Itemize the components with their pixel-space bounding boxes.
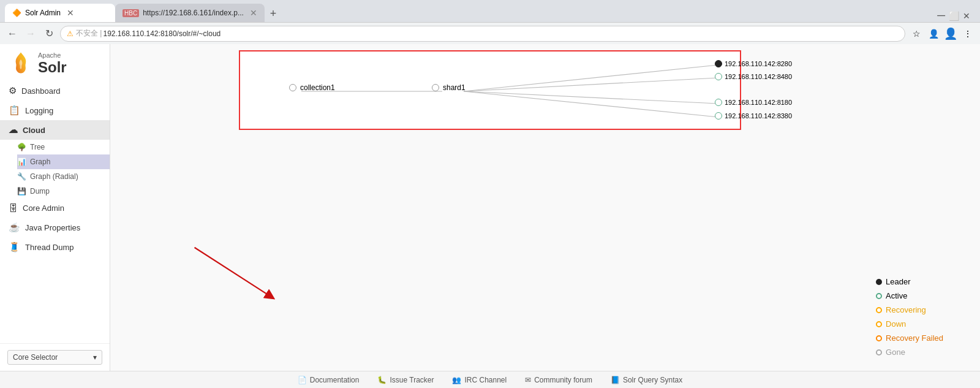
reload-button[interactable]: ↻ <box>42 26 56 41</box>
apache-label: Apache <box>38 51 67 59</box>
tab-close-hbc-button[interactable]: ✕ <box>250 8 257 18</box>
collection-node-circle <box>289 84 296 91</box>
docs-label: Documentation <box>310 376 360 384</box>
core-admin-icon: 🗄 <box>9 203 18 213</box>
footer-docs-link[interactable]: 📄 Documentation <box>298 376 360 384</box>
query-syntax-icon: 📘 <box>611 376 620 384</box>
sidebar-item-label: Java Properties <box>25 223 80 232</box>
tab-favicon-hbc: HBC <box>123 9 139 17</box>
graph-radial-label: Graph (Radial) <box>30 172 78 181</box>
shard-node-circle <box>432 84 439 91</box>
sidebar: Apache Solr ⚙ Dashboard 📋 Logging ☁ Clou… <box>0 44 110 371</box>
replica-4-circle <box>715 112 722 120</box>
core-selector-label: Core Selector <box>13 353 58 362</box>
sidebar-item-dump[interactable]: 💾 Dump <box>17 184 110 199</box>
graph-area: collection1 shard1 192.168.110.142:8280 … <box>110 44 980 371</box>
legend-down-dot <box>876 321 882 327</box>
tree-label: Tree <box>30 143 45 151</box>
graph-label: Graph <box>30 158 50 166</box>
footer-community-link[interactable]: ✉ Community forum <box>525 376 592 384</box>
graph-radial-icon: 🔧 <box>17 172 26 181</box>
legend-item-leader: Leader <box>876 277 943 286</box>
issue-tracker-label: Issue Tracker <box>390 376 434 384</box>
address-text: 192.168.110.142:8180/solr/#/~cloud <box>103 29 221 38</box>
security-icon: ⚠ <box>67 29 74 38</box>
shard-node-label: shard1 <box>443 83 466 92</box>
footer: 📄 Documentation 🐛 Issue Tracker 👥 IRC Ch… <box>0 371 980 388</box>
menu-button[interactable]: ⋮ <box>960 26 975 41</box>
legend-recovering-dot <box>876 307 882 313</box>
legend-recovering-label: Recovering <box>886 305 926 314</box>
core-selector-button[interactable]: Core Selector ▾ <box>7 350 102 365</box>
sidebar-item-java-properties[interactable]: ☕ Java Properties <box>0 218 110 237</box>
sidebar-item-label: Dashboard <box>21 86 61 96</box>
tab-favicon: 🔶 <box>12 9 21 17</box>
footer-query-syntax-link[interactable]: 📘 Solr Query Syntax <box>611 376 682 384</box>
footer-issue-tracker-link[interactable]: 🐛 Issue Tracker <box>377 376 434 384</box>
browser-tabs: 🔶 Solr Admin ✕ HBC https://192.168.6.161… <box>0 0 980 22</box>
java-properties-icon: ☕ <box>9 222 20 233</box>
legend-leader-label: Leader <box>886 277 910 286</box>
account-button[interactable]: 👤 <box>943 26 958 41</box>
legend-active-dot <box>876 293 882 299</box>
maximize-button[interactable]: ⬜ <box>949 11 959 21</box>
legend-recovery-failed-label: Recovery Failed <box>886 333 943 343</box>
sidebar-item-thread-dump[interactable]: 🧵 Thread Dump <box>0 237 110 257</box>
bookmark-button[interactable]: ☆ <box>909 26 924 41</box>
tab-solr-admin[interactable]: 🔶 Solr Admin ✕ <box>5 4 115 22</box>
sidebar-item-label: Logging <box>25 106 53 115</box>
address-bar[interactable]: ⚠ 不安全 | 192.168.110.142:8180/solr/#/~clo… <box>60 26 905 42</box>
thread-dump-icon: 🧵 <box>9 242 20 253</box>
graph-icon: 📊 <box>17 158 26 166</box>
dashboard-icon: ⚙ <box>9 85 17 96</box>
svg-line-1 <box>464 65 718 91</box>
legend-item-gone: Gone <box>876 348 943 357</box>
sidebar-item-graph-radial[interactable]: 🔧 Graph (Radial) <box>17 169 110 184</box>
address-prefix: 不安全 | <box>76 28 102 39</box>
collection-node[interactable]: collection1 <box>289 83 335 92</box>
replica-node-2[interactable]: 192.168.110.142:8480 <box>715 73 792 80</box>
sidebar-item-label: Cloud <box>23 126 45 135</box>
replica-2-label: 192.168.110.142:8480 <box>725 73 792 80</box>
sidebar-item-label: Core Admin <box>23 204 64 213</box>
replica-node-4[interactable]: 192.168.110.142:8380 <box>715 112 792 120</box>
irc-icon: 👥 <box>452 376 461 384</box>
community-label: Community forum <box>534 376 592 384</box>
sidebar-item-dashboard[interactable]: ⚙ Dashboard <box>0 81 110 101</box>
new-tab-button[interactable]: + <box>265 5 282 22</box>
forward-button[interactable]: → <box>23 26 38 41</box>
toolbar-icons: ☆ 👤 👤 ⋮ <box>909 26 975 41</box>
tab-hbc[interactable]: HBC https://192.168.6.161/index.p... ✕ <box>115 4 265 22</box>
collection-node-label: collection1 <box>300 83 335 92</box>
svg-line-4 <box>464 91 718 117</box>
query-syntax-label: Solr Query Syntax <box>623 376 682 384</box>
sidebar-item-graph[interactable]: 📊 Graph <box>17 154 110 169</box>
replica-4-label: 192.168.110.142:8380 <box>725 112 792 120</box>
legend-item-active: Active <box>876 291 943 300</box>
legend-down-label: Down <box>886 319 906 329</box>
replica-node-1[interactable]: 192.168.110.142:8280 <box>715 60 792 67</box>
cloud-sub-menu: 🌳 Tree 📊 Graph 🔧 Graph (Radial) 💾 Dump <box>0 140 110 199</box>
core-selector-area: Core Selector ▾ <box>0 343 110 371</box>
logging-icon: 📋 <box>9 105 20 116</box>
avatar-button[interactable]: 👤 <box>926 26 941 41</box>
legend-item-recovering: Recovering <box>876 305 943 314</box>
back-button[interactable]: ← <box>5 26 20 41</box>
tree-icon: 🌳 <box>17 143 26 151</box>
sidebar-item-core-admin[interactable]: 🗄 Core Admin <box>0 199 110 218</box>
svg-line-5 <box>195 248 271 297</box>
tab-close-button[interactable]: ✕ <box>67 8 74 18</box>
replica-3-circle <box>715 99 722 106</box>
sidebar-item-logging[interactable]: 📋 Logging <box>0 101 110 120</box>
close-button[interactable]: ✕ <box>963 11 970 21</box>
sidebar-item-cloud[interactable]: ☁ Cloud <box>0 120 110 140</box>
main-content: collection1 shard1 192.168.110.142:8280 … <box>110 44 980 371</box>
sidebar-item-tree[interactable]: 🌳 Tree <box>17 140 110 154</box>
minimize-button[interactable]: ─ <box>937 9 945 22</box>
legend-active-label: Active <box>886 291 907 300</box>
legend-gone-label: Gone <box>886 348 905 357</box>
issue-tracker-icon: 🐛 <box>377 376 386 384</box>
footer-irc-link[interactable]: 👥 IRC Channel <box>452 376 507 384</box>
shard-node[interactable]: shard1 <box>432 83 466 92</box>
replica-node-3[interactable]: 192.168.110.142:8180 <box>715 99 792 106</box>
